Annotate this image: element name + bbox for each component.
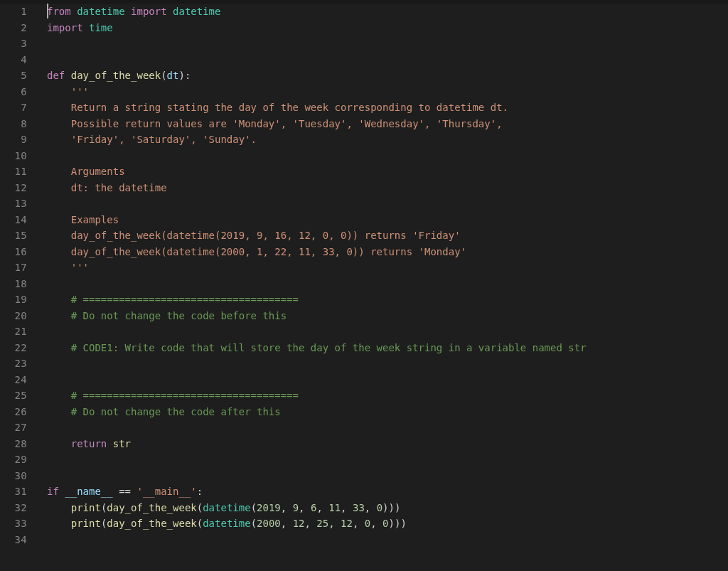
token-op: [47, 262, 71, 273]
code-line[interactable]: # Do not change the code after this: [47, 404, 728, 420]
token-op: [71, 6, 77, 17]
token-str: Possible return values are 'Monday', 'Tu…: [71, 118, 503, 129]
token-kw: if: [47, 486, 59, 497]
code-line[interactable]: def day_of_the_week(dt):: [47, 68, 728, 84]
code-line[interactable]: [47, 452, 728, 468]
code-line[interactable]: [47, 276, 728, 292]
token-mod: datetime: [203, 518, 250, 529]
token-var: dt: [167, 70, 179, 81]
code-line[interactable]: # ====================================: [47, 292, 728, 308]
line-number: 21: [0, 324, 40, 340]
token-op: [47, 230, 71, 241]
token-dund: __name__: [65, 486, 112, 497]
text-cursor: [47, 4, 48, 18]
code-line[interactable]: day_of_the_week(datetime(2019, 9, 16, 12…: [47, 228, 728, 244]
code-line[interactable]: Return a string stating the day of the w…: [47, 100, 728, 116]
token-op: ))): [382, 502, 400, 513]
token-cmt: # ====================================: [71, 294, 299, 305]
token-op: [47, 294, 71, 305]
line-number: 26: [0, 404, 40, 420]
line-number: 17: [0, 260, 40, 276]
code-line[interactable]: [47, 532, 728, 548]
token-op: (: [251, 518, 257, 529]
line-number: 5: [0, 68, 40, 84]
token-str: Arguments: [71, 166, 125, 177]
token-op: ,: [281, 502, 293, 513]
code-line[interactable]: if __name__ == '__main__':: [47, 484, 728, 500]
token-mod: datetime: [203, 502, 250, 513]
code-line[interactable]: [47, 420, 728, 436]
code-line[interactable]: from datetime import datetime: [47, 4, 728, 20]
code-line[interactable]: return str: [47, 436, 728, 452]
code-line[interactable]: [47, 356, 728, 372]
token-num: 0: [365, 518, 370, 529]
line-number: 6: [0, 84, 40, 100]
token-num: 0: [382, 518, 388, 529]
line-number: 20: [0, 308, 40, 324]
token-str: dt: the datetime: [71, 182, 167, 193]
line-number: 11: [0, 164, 40, 180]
token-op: ,: [328, 518, 341, 529]
token-op: [107, 438, 112, 449]
token-op: ,: [316, 502, 328, 513]
token-num: 12: [341, 518, 353, 529]
line-number: 13: [0, 196, 40, 212]
line-number: 24: [0, 372, 40, 388]
token-op: ,: [299, 502, 311, 513]
token-kw: from: [47, 6, 71, 17]
code-line[interactable]: [47, 372, 728, 388]
token-op: ,: [365, 502, 377, 513]
token-fn: day_of_the_week: [107, 502, 196, 513]
token-op: [47, 118, 71, 129]
token-builtin: print: [71, 518, 101, 529]
code-line[interactable]: dt: the datetime: [47, 180, 728, 196]
code-line[interactable]: # CODE1: Write code that will store the …: [47, 340, 728, 356]
line-number: 30: [0, 468, 40, 484]
token-num: 11: [328, 502, 341, 513]
token-num: 25: [316, 518, 328, 529]
token-op: ,: [281, 518, 293, 529]
token-op: ,: [370, 518, 382, 529]
code-area[interactable]: from datetime import datetimeimport time…: [40, 0, 728, 571]
token-op: [125, 6, 131, 17]
token-str: '__main__': [136, 486, 196, 497]
code-line[interactable]: Possible return values are 'Monday', 'Tu…: [47, 116, 728, 132]
token-num: 2000: [257, 518, 281, 529]
code-line[interactable]: # Do not change the code before this: [47, 308, 728, 324]
code-line[interactable]: [47, 148, 728, 164]
code-line[interactable]: [47, 52, 728, 68]
line-number: 14: [0, 212, 40, 228]
code-line[interactable]: [47, 324, 728, 340]
code-line[interactable]: [47, 468, 728, 484]
line-number: 23: [0, 356, 40, 372]
code-line[interactable]: [47, 196, 728, 212]
line-number: 22: [0, 340, 40, 356]
token-num: 9: [293, 502, 299, 513]
code-editor[interactable]: 1234567891011121314151617181920212223242…: [0, 0, 728, 571]
line-number: 29: [0, 452, 40, 468]
token-mod: datetime: [173, 6, 220, 17]
code-line[interactable]: Examples: [47, 212, 728, 228]
token-op: ,: [305, 518, 317, 529]
line-number: 25: [0, 388, 40, 404]
token-str: ''': [71, 262, 89, 273]
token-fn: day_of_the_week: [71, 70, 161, 81]
line-number: 1: [0, 4, 40, 20]
token-op: [47, 86, 71, 97]
token-op: ):: [178, 70, 191, 81]
token-num: 0: [377, 502, 382, 513]
token-fn: day_of_the_week: [107, 518, 196, 529]
code-line[interactable]: 'Friday', 'Saturday', 'Sunday'.: [47, 132, 728, 148]
code-line[interactable]: print(day_of_the_week(datetime(2000, 12,…: [47, 516, 728, 532]
code-line[interactable]: import time: [47, 20, 728, 36]
code-line[interactable]: print(day_of_the_week(datetime(2019, 9, …: [47, 500, 728, 516]
code-line[interactable]: ''': [47, 84, 728, 100]
code-line[interactable]: ''': [47, 260, 728, 276]
code-line[interactable]: # ====================================: [47, 388, 728, 404]
token-builtin: print: [71, 502, 101, 513]
code-line[interactable]: [47, 36, 728, 52]
code-line[interactable]: day_of_the_week(datetime(2000, 1, 22, 11…: [47, 244, 728, 260]
token-op: (: [197, 518, 203, 529]
token-cmt: # CODE1: Write code that will store the …: [71, 342, 587, 353]
code-line[interactable]: Arguments: [47, 164, 728, 180]
